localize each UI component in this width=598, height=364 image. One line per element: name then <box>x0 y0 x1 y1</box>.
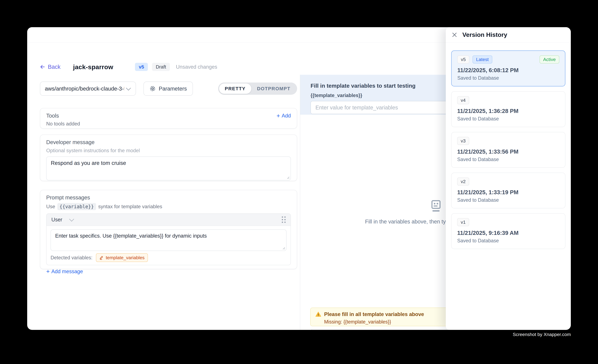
warning-triangle-icon <box>315 311 321 317</box>
draft-status-badge: Draft <box>152 63 170 71</box>
page-title: jack-sparrow <box>73 63 113 71</box>
version-timestamp: 11/21/2025, 1:33:56 PM <box>457 149 559 155</box>
detected-variables-label: Detected variables: <box>50 255 92 261</box>
editor-toolbar: aws/anthropic/bedrock-claude-3-5-s... Pa… <box>40 82 297 96</box>
variable-chip[interactable]: template_variables <box>96 253 148 262</box>
detected-variables-row: Detected variables: template_variables <box>47 251 291 265</box>
resize-handle-icon[interactable] <box>281 246 285 250</box>
unsaved-changes-label: Unsaved changes <box>176 64 217 70</box>
pencil-icon <box>99 255 104 260</box>
version-status: Saved to Database <box>457 157 559 162</box>
version-timestamp: 11/21/2025, 9:16:39 AM <box>457 230 559 236</box>
screenshot-stage: Back jack-sparrow v5 Draft Unsaved chang… <box>0 0 598 364</box>
message-role-header: User <box>47 214 291 226</box>
version-list: v5 Latest Active 11/22/2025, 6:08:12 PM … <box>446 42 571 249</box>
variable-syntax-hint: Use {{variable}} syntax for template var… <box>46 203 291 210</box>
format-toggle: PRETTY DOTPROMPT <box>218 83 297 95</box>
prompt-messages-card: Prompt messages Use {{variable}} syntax … <box>40 190 297 269</box>
version-number-badge: v5 <box>457 56 469 64</box>
version-status: Saved to Database <box>457 238 559 244</box>
back-button[interactable]: Back <box>39 64 60 70</box>
developer-message-body: Developer message Optional system instru… <box>40 135 297 185</box>
add-tool-label: Add <box>282 113 291 119</box>
model-select[interactable]: aws/anthropic/bedrock-claude-3-5-s... <box>40 82 136 96</box>
hint-prefix: Use <box>46 204 55 209</box>
version-number-badge: v4 <box>457 96 469 104</box>
version-card-v1[interactable]: v1 11/21/2025, 9:16:39 AM Saved to Datab… <box>451 213 565 249</box>
plus-icon: + <box>46 268 50 274</box>
version-history-title: Version History <box>462 31 507 38</box>
toggle-pretty[interactable]: PRETTY <box>219 83 251 94</box>
latest-badge: Latest <box>473 56 492 64</box>
hint-suffix: syntax for template variables <box>98 204 162 209</box>
no-tools-text: No tools added <box>46 121 291 127</box>
prompt-messages-body: Prompt messages Use {{variable}} syntax … <box>40 190 297 279</box>
version-card-v4[interactable]: v4 11/21/2025, 1:36:28 PM Saved to Datab… <box>451 91 565 127</box>
parameters-button[interactable]: Parameters <box>143 82 193 96</box>
message-block: User Enter task specifics. Use {{templat… <box>46 213 291 265</box>
version-card-v5[interactable]: v5 Latest Active 11/22/2025, 6:08:12 PM … <box>451 50 565 86</box>
warning-title: Please fill in all template variables ab… <box>324 311 424 317</box>
prompt-messages-title: Prompt messages <box>46 195 291 201</box>
tools-card-body: Tools + Add No tools added <box>40 108 297 131</box>
drag-handle-icon[interactable] <box>282 216 286 223</box>
version-card-v2[interactable]: v2 11/21/2025, 1:33:19 PM Saved to Datab… <box>451 173 565 208</box>
add-tool-button[interactable]: + Add <box>277 113 291 119</box>
version-status: Saved to Database <box>457 197 559 203</box>
tools-card: Tools + Add No tools added <box>40 108 297 129</box>
version-status: Saved to Database <box>457 116 559 122</box>
variable-code-chip: {{variable}} <box>57 203 96 210</box>
version-number-badge: v2 <box>457 178 469 186</box>
version-number-badge: v1 <box>457 218 469 226</box>
developer-message-title: Developer message <box>46 139 291 145</box>
robot-icon <box>429 199 443 213</box>
developer-message-textarea-wrap: Respond as you are tom cruise <box>46 157 291 180</box>
version-number-badge: v3 <box>457 137 469 145</box>
version-history-header: Version History <box>446 27 571 42</box>
back-label: Back <box>48 64 60 70</box>
active-badge: Active <box>540 56 559 64</box>
message-input[interactable]: Enter task specifics. Use {{template_var… <box>51 230 286 251</box>
plus-icon: + <box>277 113 280 119</box>
add-message-label: Add message <box>51 269 83 274</box>
resize-handle-icon[interactable] <box>286 175 290 179</box>
tools-title: Tools <box>46 113 59 119</box>
chevron-down-icon[interactable] <box>69 217 74 222</box>
close-icon[interactable] <box>451 32 458 38</box>
version-status: Saved to Database <box>457 75 559 81</box>
message-textarea-wrap: Enter task specifics. Use {{template_var… <box>50 229 286 251</box>
xnapper-watermark: Screenshot by Xnapper.com <box>513 332 571 337</box>
gear-icon <box>150 85 156 92</box>
variable-chip-label: template_variables <box>106 255 144 260</box>
developer-message-card: Developer message Optional system instru… <box>40 135 297 181</box>
empty-state-text: Fill in the variables above, then typ <box>365 219 449 225</box>
prompt-header: Back jack-sparrow v5 Draft Unsaved chang… <box>39 61 217 72</box>
version-card-v3[interactable]: v3 11/21/2025, 1:33:56 PM Saved to Datab… <box>451 132 565 168</box>
toggle-dotprompt[interactable]: DOTPROMPT <box>251 83 296 94</box>
developer-message-input[interactable]: Respond as you are tom cruise <box>47 157 291 180</box>
version-history-panel: Version History v5 Latest Active 11/22/2… <box>446 27 571 330</box>
app-window: Back jack-sparrow v5 Draft Unsaved chang… <box>27 27 571 330</box>
model-select-value: aws/anthropic/bedrock-claude-3-5-s... <box>45 86 124 92</box>
version-timestamp: 11/22/2025, 6:08:12 PM <box>457 67 559 74</box>
version-timestamp: 11/21/2025, 1:33:19 PM <box>457 189 559 196</box>
version-badge: v5 <box>135 63 148 71</box>
chevron-down-icon <box>126 86 131 91</box>
role-select-value[interactable]: User <box>51 217 62 223</box>
message-body: Enter task specifics. Use {{template_var… <box>47 226 291 251</box>
parameters-label: Parameters <box>159 86 187 92</box>
developer-message-subtitle: Optional system instructions for the mod… <box>46 148 291 153</box>
add-message-button[interactable]: + Add message <box>46 268 83 274</box>
version-timestamp: 11/21/2025, 1:36:28 PM <box>457 108 559 114</box>
arrow-left-icon <box>39 64 46 70</box>
